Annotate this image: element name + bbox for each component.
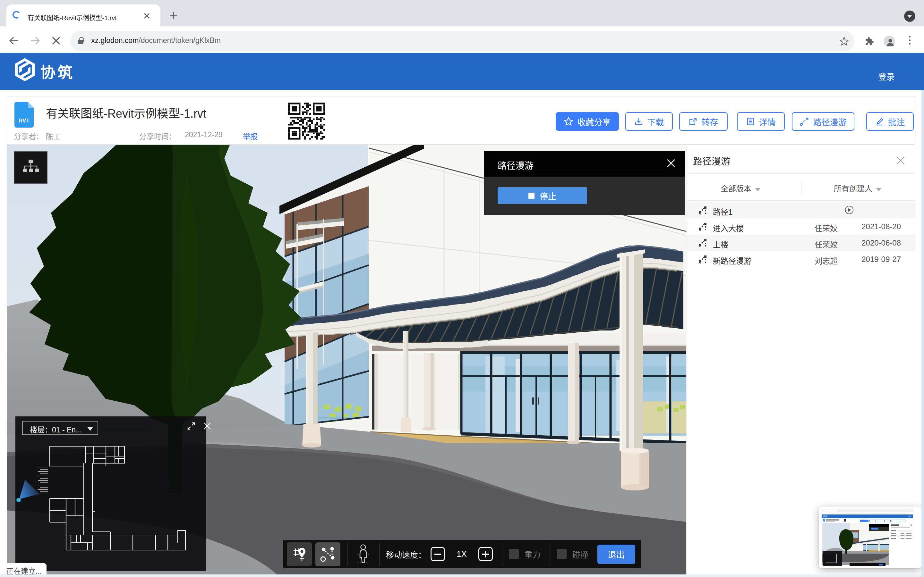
svg-text:RVT: RVT bbox=[19, 118, 29, 124]
